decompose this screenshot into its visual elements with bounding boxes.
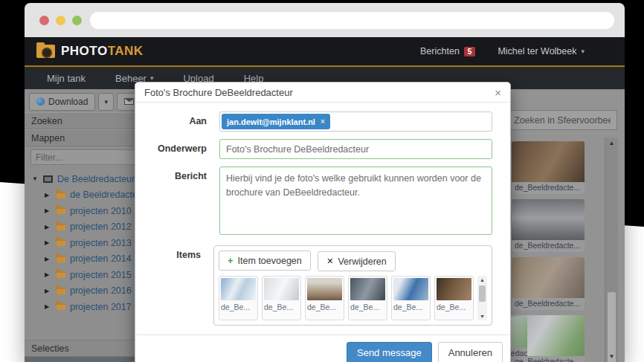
tree-expanded-icon[interactable]: ▼ bbox=[32, 175, 39, 182]
photo-thumbnail bbox=[393, 278, 428, 300]
items-scrollbar[interactable]: ▲ ▼ bbox=[477, 276, 487, 320]
onderwerp-label: Onderwerp bbox=[135, 139, 219, 159]
modal-title: Foto's Brochure DeBeeldredacteur bbox=[144, 87, 293, 98]
traffic-light-minimize-icon[interactable] bbox=[56, 16, 65, 25]
folder-icon bbox=[56, 303, 65, 310]
folder-icon bbox=[56, 224, 65, 230]
modal-body: Aan jan.dewit@mijnklant.nl × Onderwerp B… bbox=[135, 103, 510, 334]
items-toolbar: + Item toevoegen ✕ Verwijderen bbox=[219, 251, 487, 271]
add-item-button[interactable]: + Item toevoegen bbox=[219, 251, 311, 271]
app-header-right: Berichten 5 Michel ter Wolbeek ▾ bbox=[420, 46, 585, 56]
messages-count-badge: 5 bbox=[464, 47, 476, 56]
photo-cell[interactable]: de_Beeldredacte... bbox=[512, 199, 585, 252]
photo-cell[interactable]: de_Beeldredacte... bbox=[512, 257, 585, 310]
items-box: + Item toevoegen ✕ Verwijderen de_Be... bbox=[213, 245, 492, 326]
phototank-logo[interactable]: PHOTOTANK bbox=[36, 44, 144, 59]
chevron-down-icon: ▾ bbox=[581, 48, 585, 55]
tree-collapsed-icon[interactable]: ▶ bbox=[45, 207, 51, 214]
folder-icon bbox=[56, 288, 65, 294]
scroll-down-icon[interactable]: ▼ bbox=[605, 353, 618, 360]
items-row: Items + Item toevoegen ✕ Verwijderen bbox=[135, 245, 492, 326]
close-icon[interactable]: × bbox=[495, 87, 501, 98]
user-name: Michel ter Wolbeek bbox=[498, 46, 576, 56]
tree-collapsed-icon[interactable]: ▶ bbox=[45, 224, 51, 230]
send-message-modal: Foto's Brochure DeBeeldredacteur × Aan j… bbox=[135, 82, 511, 362]
modal-footer: Send message Annuleren bbox=[135, 334, 510, 362]
onderwerp-input[interactable] bbox=[219, 139, 492, 159]
tree-collapsed-icon[interactable]: ▶ bbox=[45, 256, 51, 262]
bericht-label: Bericht bbox=[135, 167, 219, 238]
items-thumbnails-list: de_Be... de_Be... de_Be... de_Be... bbox=[219, 276, 487, 320]
sfeervoorbeeld-search-input[interactable] bbox=[507, 110, 617, 130]
item-thumb[interactable]: de_Be... bbox=[434, 276, 474, 320]
remove-tag-icon[interactable]: × bbox=[321, 117, 325, 126]
aan-row: Aan jan.dewit@mijnklant.nl × bbox=[135, 111, 492, 132]
scroll-down-icon[interactable]: ▼ bbox=[477, 314, 487, 319]
x-icon: ✕ bbox=[326, 256, 333, 266]
photo-thumbnail bbox=[307, 278, 342, 300]
download-dropdown-button[interactable]: ▾ bbox=[98, 93, 114, 111]
photo-thumbnail bbox=[221, 278, 256, 300]
folder-icon bbox=[56, 256, 65, 262]
user-menu[interactable]: Michel ter Wolbeek ▾ bbox=[498, 46, 585, 56]
item-thumb[interactable]: de_Be... bbox=[391, 276, 431, 320]
chevron-down-icon: ▾ bbox=[150, 74, 154, 82]
modal-header: Foto's Brochure DeBeeldredacteur × bbox=[135, 83, 510, 103]
url-bar[interactable] bbox=[90, 12, 614, 29]
bericht-row: Bericht Hierbij vind je de foto's welke … bbox=[135, 167, 492, 238]
scroll-up-icon[interactable]: ▲ bbox=[477, 277, 487, 282]
messages-label: Berichten bbox=[420, 46, 460, 56]
scroll-up-icon[interactable]: ▲ bbox=[605, 140, 618, 146]
browser-chrome bbox=[25, 3, 625, 37]
tree-collapsed-icon[interactable]: ▶ bbox=[45, 303, 51, 310]
content-scrollbar[interactable]: ▲ ▼ bbox=[605, 138, 618, 362]
bericht-textarea[interactable]: Hierbij vind je de foto's welke gebruikt… bbox=[219, 167, 492, 235]
item-thumb[interactable]: de_Be... bbox=[219, 276, 258, 320]
envelope-icon bbox=[124, 98, 134, 105]
photo-cell[interactable]: de_Beeldredacte... bbox=[512, 141, 585, 194]
send-message-button[interactable]: Send message bbox=[347, 342, 432, 362]
aan-recipient-input[interactable]: jan.dewit@mijnklant.nl × bbox=[219, 111, 492, 132]
folder-icon bbox=[56, 239, 65, 246]
onderwerp-row: Onderwerp bbox=[135, 139, 492, 159]
folder-icon bbox=[56, 207, 65, 214]
scrollbar-thumb[interactable] bbox=[608, 292, 616, 362]
aan-label: Aan bbox=[135, 111, 219, 132]
folder-icon bbox=[56, 271, 65, 278]
brand-title: PHOTOTANK bbox=[61, 44, 144, 59]
plus-icon: + bbox=[228, 255, 234, 266]
item-thumb[interactable]: de_Be... bbox=[348, 276, 387, 320]
messages-menu[interactable]: Berichten 5 bbox=[420, 46, 475, 56]
photo-thumbnail bbox=[512, 199, 585, 240]
brand-tank: TANK bbox=[108, 44, 144, 58]
photo-thumbnail bbox=[350, 278, 385, 300]
aan-field-wrap: jan.dewit@mijnklant.nl × bbox=[219, 111, 492, 132]
photo-thumbnail bbox=[264, 278, 299, 300]
traffic-light-maximize-icon[interactable] bbox=[72, 16, 82, 25]
annuleren-button[interactable]: Annuleren bbox=[438, 342, 503, 362]
tree-collapsed-icon[interactable]: ▶ bbox=[45, 271, 51, 278]
chevron-down-icon: ▾ bbox=[104, 98, 108, 106]
download-icon bbox=[36, 97, 45, 106]
tree-collapsed-icon[interactable]: ▶ bbox=[45, 192, 51, 198]
item-thumb[interactable]: de_Be... bbox=[305, 276, 344, 320]
photo-thumbnail bbox=[512, 141, 585, 182]
tree-collapsed-icon[interactable]: ▶ bbox=[45, 288, 51, 294]
remove-item-button[interactable]: ✕ Verwijderen bbox=[318, 251, 396, 271]
nav-item-mijn-tank[interactable]: Mijn tank bbox=[32, 73, 100, 84]
item-thumb[interactable]: de_Be... bbox=[262, 276, 301, 320]
app-header: PHOTOTANK Berichten 5 Michel ter Wolbeek… bbox=[25, 37, 625, 67]
tree-collapsed-icon[interactable]: ▶ bbox=[45, 239, 51, 246]
email-tag[interactable]: jan.dewit@mijnklant.nl × bbox=[222, 114, 330, 129]
items-label: Items bbox=[135, 245, 213, 326]
download-button[interactable]: Download bbox=[29, 93, 95, 111]
photo-thumbnail bbox=[512, 257, 585, 298]
scrollbar-thumb[interactable] bbox=[479, 285, 486, 302]
traffic-light-close-icon[interactable] bbox=[39, 16, 49, 25]
brand-photo: PHOTO bbox=[61, 44, 108, 58]
folder-icon bbox=[56, 192, 65, 198]
photo-thumbnail bbox=[437, 278, 471, 300]
computer-icon bbox=[43, 175, 53, 183]
phototank-logo-icon bbox=[36, 45, 55, 58]
